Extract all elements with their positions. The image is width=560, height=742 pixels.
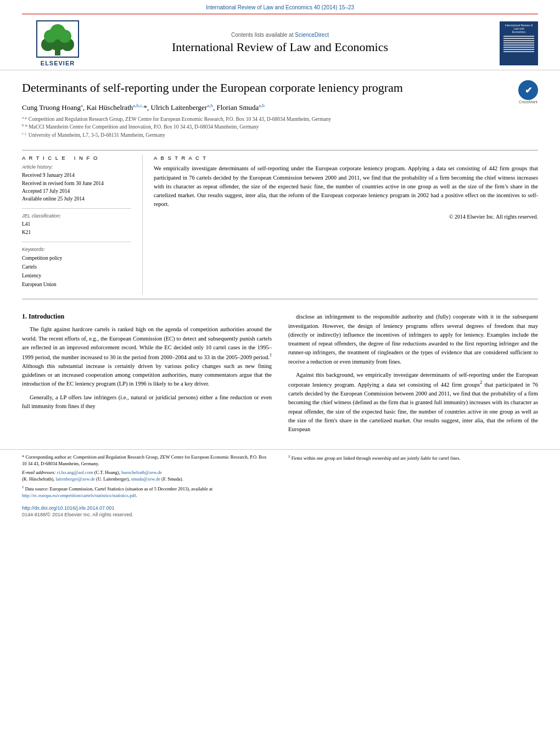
authors-line: Cung Truong Hoanga, Kai Hüschelratha,b,c… [22, 103, 509, 112]
abstract-header: A B S T R A C T [154, 155, 538, 161]
keyword-3: Leniency [22, 271, 131, 280]
journal-title: International Review of Law and Economic… [93, 40, 467, 54]
elsevier-logo: ELSEVIER [22, 20, 93, 66]
abstract-text: We empirically investigate determinants … [154, 164, 538, 209]
affiliations: a ᵃ Competition and Regulation Research … [22, 115, 509, 139]
info-divider-2 [22, 242, 131, 242]
keywords-label: Keywords: [22, 247, 131, 252]
received-revised-date: Received in revised form 30 June 2014 [22, 180, 131, 187]
thumbnail-title: International Review ofLaw andEconomics [505, 24, 533, 34]
body-right-col: disclose an infringement to the responsi… [288, 313, 538, 438]
keyword-4: European Union [22, 280, 131, 289]
article-history-label: Article history: [22, 164, 131, 170]
svg-point-6 [50, 24, 65, 40]
crossmark-label: CrossMark [518, 100, 538, 104]
sciencedirect-text: Contents lists available at ScienceDirec… [93, 32, 467, 38]
footnote-1: 1 Data source: European Commission, Cart… [22, 485, 272, 499]
elsevier-name: ELSEVIER [41, 60, 75, 66]
thumbnail-lines [503, 36, 534, 53]
received-date: Received 9 January 2014 [22, 171, 131, 179]
jel-block: JEL classification: L41K21 [22, 213, 131, 236]
journal-reference-bar: International Review of Law and Economic… [22, 0, 538, 14]
body-left-col: 1. Introduction The fight against hardco… [22, 313, 272, 438]
body-content: 1. Introduction The fight against hardco… [0, 304, 560, 444]
email-hoang[interactable]: ct.ho.ang@aol.com [57, 470, 93, 475]
info-divider-1 [22, 208, 131, 209]
section1-title: 1. Introduction [22, 313, 272, 321]
journal-thumbnail-area: International Review ofLaw andEconomics [467, 21, 538, 65]
crossmark-area: ✔ CrossMark [518, 80, 538, 104]
article-info-header: A R T I C L E I N F O [22, 155, 131, 161]
affil-b: b ᵇ MaCCI Mannheim Centre for Competitio… [22, 123, 509, 131]
sciencedirect-link-text[interactable]: ScienceDirect [295, 32, 329, 38]
email-laitenberger[interactable]: laitenberger@zew.de [55, 476, 95, 482]
footnotes-left: * Corresponding author at: Competition a… [22, 454, 272, 501]
body-left-text: The fight against hardcore cartels is ra… [22, 325, 272, 411]
footnotes-right: 2 Firms within one group are linked thro… [288, 454, 538, 501]
body-para-3: disclose an infringement to the responsi… [288, 313, 538, 366]
body-divider [22, 299, 538, 299]
body-para-2: Generally, a LP offers law infringers (i… [22, 393, 272, 411]
footnote-2: 2 Firms within one group are linked thro… [288, 454, 538, 462]
keyword-2: Cartels [22, 263, 131, 271]
keywords-block: Keywords: Competition policy Cartels Len… [22, 247, 131, 289]
keyword-1: Competition policy [22, 254, 131, 263]
body-para-4: Against this background, we empirically … [288, 371, 538, 434]
elsevier-logo-area: ELSEVIER [22, 20, 93, 66]
journal-header: ELSEVIER Contents lists available at Sci… [0, 14, 560, 70]
email-smuda[interactable]: smuda@zew.de [131, 476, 160, 482]
elsevier-tree-icon [36, 20, 80, 58]
accepted-date: Accepted 17 July 2014 [22, 187, 131, 195]
article-header: Determinants of self-reporting under the… [0, 70, 560, 146]
footnote-star: * Corresponding author at: Competition a… [22, 454, 272, 467]
available-online-date: Available online 25 July 2014 [22, 195, 131, 203]
journal-reference-text: International Review of Law and Economic… [206, 4, 354, 10]
issn-line: 0144-8188/© 2014 Elsevier Inc. All right… [22, 512, 538, 517]
crossmark-icon: ✔ [518, 80, 538, 100]
footnote-emails: E-mail addresses: ct.ho.ang@aol.com (C.T… [22, 470, 272, 483]
body-right-text: disclose an infringement to the responsi… [288, 313, 538, 434]
footnote1-link[interactable]: http://ec.europa.eu/competition/cartels/… [22, 493, 136, 498]
jel-codes: L41K21 [22, 220, 131, 236]
footnotes-section: * Corresponding author at: Competition a… [0, 449, 560, 501]
info-abstract-section: A R T I C L E I N F O Article history: R… [0, 155, 560, 294]
email-huschelrath[interactable]: hueschelrath@zew.de [121, 470, 162, 475]
body-two-col: 1. Introduction The fight against hardco… [22, 313, 538, 438]
article-header-divider [22, 150, 538, 150]
article-info-column: A R T I C L E I N F O Article history: R… [22, 155, 143, 294]
journal-thumbnail: International Review ofLaw andEconomics [500, 21, 538, 65]
article-history-block: Article history: Received 9 January 2014… [22, 164, 131, 203]
affil-c: c ᶜ University of Mannheim, L7, 3-5, D-6… [22, 131, 509, 139]
doi-link[interactable]: http://dx.doi.org/10.1016/j.irle.2014.07… [22, 505, 538, 511]
jel-label: JEL classification: [22, 213, 131, 219]
journal-title-area: Contents lists available at ScienceDirec… [93, 32, 467, 54]
body-para-1: The fight against hardcore cartels is ra… [22, 325, 272, 388]
article-title: Determinants of self-reporting under the… [22, 80, 509, 96]
affil-a: a ᵃ Competition and Regulation Research … [22, 115, 509, 123]
copyright-text: © 2014 Elsevier Inc. All rights reserved… [154, 214, 538, 220]
bottom-footer: http://dx.doi.org/10.1016/j.irle.2014.07… [0, 501, 560, 517]
keywords-list: Competition policy Cartels Leniency Euro… [22, 254, 131, 289]
page: International Review of Law and Economic… [0, 0, 560, 742]
abstract-column: A B S T R A C T We empirically investiga… [143, 155, 538, 294]
